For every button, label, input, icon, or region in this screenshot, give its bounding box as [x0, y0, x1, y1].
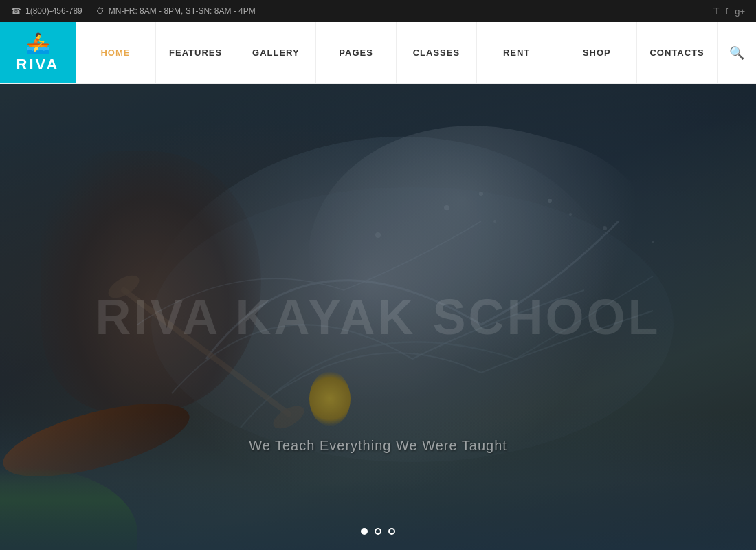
hero-watermark: Riva Kayak School — [96, 289, 661, 345]
nav-classes[interactable]: CLASSES — [397, 22, 477, 83]
nav-home[interactable]: HOME — [76, 22, 156, 83]
nav-rent[interactable]: RENT — [477, 22, 557, 83]
search-icon: 🔍 — [729, 45, 744, 60]
twitter-link[interactable]: 𝕋 — [713, 6, 719, 16]
logo[interactable]: 🚣 RIVA — [0, 22, 76, 83]
slider-dots — [361, 528, 395, 535]
hours-info: ⏱ MN-FR: 8AM - 8PM, ST-SN: 8AM - 4PM — [96, 6, 256, 16]
header: 🚣 RIVA HOME FEATURES GALLERY PAGES CLASS… — [0, 22, 756, 84]
nav-gallery[interactable]: GALLERY — [236, 22, 317, 83]
logo-text: RIVA — [16, 56, 60, 74]
social-links: 𝕋 f g+ — [713, 6, 745, 16]
slider-dot-1[interactable] — [361, 528, 368, 535]
nav-shop[interactable]: SHOP — [557, 22, 638, 83]
nav-features[interactable]: FEATURES — [156, 22, 236, 83]
phone-info: ☎ 1(800)-456-789 — [11, 6, 82, 16]
hours-text: MN-FR: 8AM - 8PM, ST-SN: 8AM - 4PM — [109, 6, 256, 16]
phone-icon: ☎ — [11, 6, 21, 16]
nav-contacts[interactable]: CONTACTS — [637, 22, 718, 83]
top-bar-contact: ☎ 1(800)-456-789 ⏱ MN-FR: 8AM - 8PM, ST-… — [11, 6, 256, 16]
logo-boat-icon: 🚣 — [26, 32, 50, 54]
slider-dot-3[interactable] — [388, 528, 395, 535]
hero-slider: Riva Kayak School We Teach Everything We… — [0, 84, 756, 550]
hero-slide-text: We Teach Everything We Were Taught — [249, 438, 507, 454]
phone-number: 1(800)-456-789 — [25, 6, 82, 16]
clock-icon: ⏱ — [96, 6, 104, 16]
main-nav: HOME FEATURES GALLERY PAGES CLASSES RENT… — [76, 22, 756, 83]
google-plus-link[interactable]: g+ — [735, 6, 745, 16]
slider-dot-2[interactable] — [375, 528, 381, 535]
top-bar: ☎ 1(800)-456-789 ⏱ MN-FR: 8AM - 8PM, ST-… — [0, 0, 756, 22]
search-button[interactable]: 🔍 — [718, 45, 756, 60]
facebook-link[interactable]: f — [726, 6, 729, 16]
nav-pages[interactable]: PAGES — [316, 22, 397, 83]
